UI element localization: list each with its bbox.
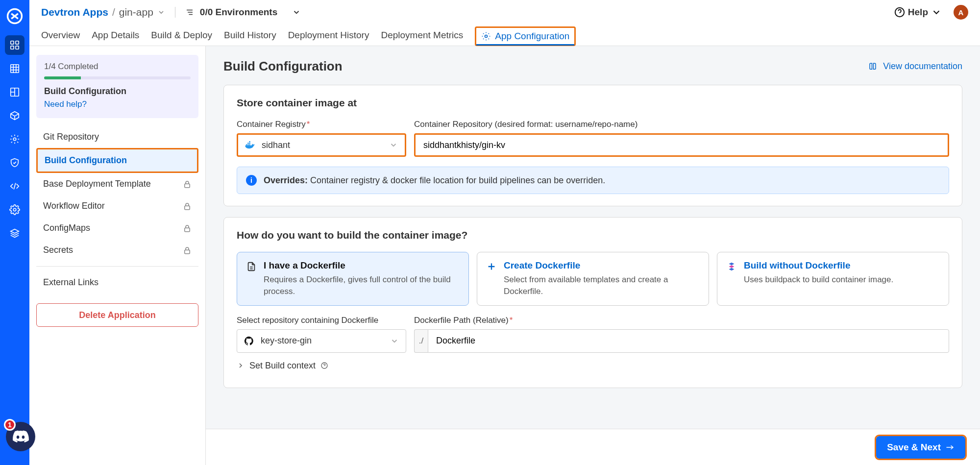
breadcrumb: Devtron Apps / gin-app [41, 6, 165, 18]
plus-icon [486, 261, 497, 297]
sidebar-item-configmaps[interactable]: ConfigMaps [36, 217, 198, 239]
svg-rect-15 [246, 144, 247, 145]
rail-gear-icon[interactable] [5, 129, 24, 149]
save-next-button[interactable]: Save & Next [876, 436, 965, 459]
dockerfile-path-input[interactable] [428, 329, 949, 353]
store-image-card: Store container image at Container Regis… [223, 85, 962, 206]
chevron-down-icon [390, 337, 399, 345]
svg-point-7 [13, 138, 16, 141]
sidebar-item-workflow-editor[interactable]: Workflow Editor [36, 195, 198, 217]
footer-bar: Save & Next [206, 429, 980, 465]
rail-layout-icon[interactable] [5, 82, 24, 102]
svg-rect-16 [247, 144, 248, 145]
svg-rect-11 [185, 184, 190, 188]
build-method-card: How do you want to build the container i… [223, 217, 962, 388]
svg-rect-13 [185, 228, 190, 232]
svg-point-10 [485, 35, 488, 38]
rail-stack-icon[interactable] [5, 223, 24, 243]
discord-button[interactable]: 1 [6, 422, 35, 451]
docker-icon [245, 141, 255, 149]
sidebar-item-base-deployment-template[interactable]: Base Deployment Template [36, 173, 198, 195]
lock-icon [183, 202, 192, 211]
svg-rect-17 [249, 144, 250, 145]
lock-icon [183, 246, 192, 255]
devtron-logo [6, 8, 23, 24]
set-build-context-toggle[interactable]: Set Build context [237, 361, 949, 371]
option-have-dockerfile[interactable]: I have a Dockerfile Requires a Dockerfil… [237, 252, 469, 306]
svg-rect-18 [247, 143, 248, 144]
container-repository-input[interactable] [414, 133, 949, 157]
tab-app-details[interactable]: App Details [92, 25, 139, 46]
rail-shield-icon[interactable] [5, 153, 24, 172]
tab-deployment-history[interactable]: Deployment History [288, 25, 369, 46]
progress-card: 1/4 Completed Build Configuration Need h… [36, 55, 198, 118]
overrides-banner: i Overrides: Container registry & docker… [237, 167, 949, 194]
view-documentation-link[interactable]: View documentation [867, 61, 962, 72]
svg-rect-20 [249, 141, 250, 142]
svg-rect-3 [11, 46, 14, 49]
rail-cube-icon[interactable] [5, 106, 24, 125]
gear-icon [481, 31, 491, 41]
tab-app-configuration[interactable]: App Configuration [475, 26, 576, 46]
env-selector[interactable]: 0/0 Environments [185, 7, 301, 18]
sidebar-item-git-repository[interactable]: Git Repository [36, 126, 198, 148]
path-label: Dockerfile Path (Relative)* [414, 316, 949, 325]
container-registry-select[interactable]: sidhant [237, 133, 406, 157]
store-heading: Store container image at [237, 97, 949, 109]
chevron-down-icon [292, 8, 301, 17]
help-icon [320, 362, 328, 369]
progress-label: 1/4 Completed [44, 62, 191, 72]
tab-overview[interactable]: Overview [41, 25, 80, 46]
tab-deployment-metrics[interactable]: Deployment Metrics [381, 25, 463, 46]
repo-select[interactable]: key-store-gin [237, 329, 406, 353]
config-sidebar: 1/4 Completed Build Configuration Need h… [29, 46, 206, 465]
tab-build-history[interactable]: Build History [224, 25, 276, 46]
repo-label: Container Repository (desired format: us… [414, 120, 949, 129]
progress-title: Build Configuration [44, 86, 191, 97]
page-title: Build Configuration [223, 59, 343, 74]
svg-rect-12 [185, 206, 190, 210]
svg-rect-14 [185, 250, 190, 254]
lock-icon [183, 224, 192, 233]
help-button[interactable]: Help [894, 7, 942, 18]
discord-badge: 1 [4, 419, 16, 431]
svg-point-8 [13, 208, 16, 211]
rail-apps-icon[interactable] [5, 35, 24, 55]
file-icon [246, 261, 257, 297]
delete-application-button[interactable]: Delete Application [36, 303, 198, 327]
info-icon: i [246, 175, 257, 186]
chevron-down-icon[interactable] [157, 8, 165, 16]
chevron-down-icon [389, 141, 398, 149]
svg-rect-2 [16, 41, 19, 44]
build-heading: How do you want to build the container i… [237, 229, 949, 241]
registry-label: Container Registry* [237, 120, 406, 129]
sidebar-item-build-configuration[interactable]: Build Configuration [36, 148, 198, 173]
breadcrumb-root[interactable]: Devtron Apps [41, 6, 108, 18]
left-rail: 1 [0, 0, 29, 465]
option-buildpack[interactable]: Build without Dockerfile Uses buildpack … [717, 252, 949, 306]
buildpack-icon [726, 261, 737, 297]
svg-rect-5 [11, 65, 19, 73]
arrow-right-icon [946, 444, 955, 451]
lock-icon [183, 180, 192, 189]
rail-grid-icon[interactable] [5, 59, 24, 78]
path-prefix: ./ [414, 329, 428, 353]
svg-rect-4 [16, 46, 19, 49]
svg-rect-19 [249, 143, 250, 144]
sidebar-item-external-links[interactable]: External Links [36, 271, 198, 294]
sidebar-item-secrets[interactable]: Secrets [36, 239, 198, 261]
avatar[interactable]: A [954, 5, 968, 20]
need-help-link[interactable]: Need help? [44, 99, 191, 109]
github-icon [244, 336, 254, 346]
rail-code-icon[interactable] [5, 176, 24, 196]
svg-rect-1 [11, 41, 14, 44]
rail-settings-icon[interactable] [5, 200, 24, 220]
tab-bar: Overview App Details Build & Deploy Buil… [29, 24, 980, 46]
main-panel: Build Configuration View documentation S… [206, 46, 980, 465]
chevron-right-icon [237, 362, 245, 369]
option-create-dockerfile[interactable]: Create Dockerfile Select from available … [477, 252, 709, 306]
top-bar: Devtron Apps / gin-app 0/0 Environments … [29, 0, 980, 24]
breadcrumb-app: gin-app [119, 6, 153, 18]
tab-build-deploy[interactable]: Build & Deploy [151, 25, 212, 46]
repo-select-label: Select repository containing Dockerfile [237, 316, 406, 325]
